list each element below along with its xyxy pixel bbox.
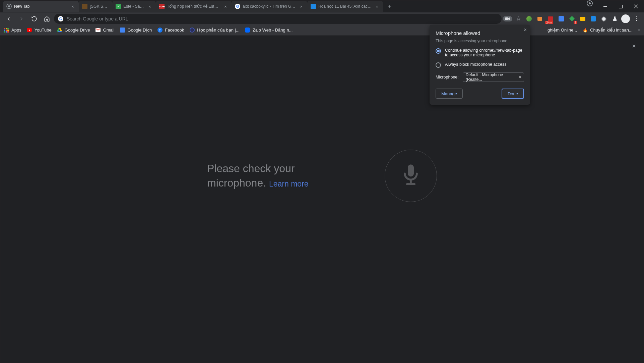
tab-title: axit cacboxylic - Tìm trên Google [243,4,296,9]
bookmark-overflow-button[interactable]: » [638,28,640,33]
bookmark-gmail[interactable]: Gmail [95,28,115,33]
radio-unselected-icon [436,62,441,68]
tab-google-search[interactable]: G axit cacboxylic - Tìm trên Google × [232,1,307,12]
labs-flask-icon[interactable] [610,14,620,23]
extension-icon[interactable] [589,14,598,23]
bookmark-chuyen-kieu[interactable]: 🔥 Chuyển kiểu int san... [582,28,633,33]
svg-rect-10 [7,28,9,29]
bookmarks-bar: Apps YouTube Google Drive Gmail Google D… [0,25,644,36]
apps-grid-icon [4,28,9,33]
svg-rect-13 [7,30,9,31]
extension-icon[interactable] [524,14,534,23]
google-icon: G [235,4,240,9]
svg-rect-16 [7,31,9,33]
chrome-menu-button[interactable]: ⋮ [632,14,641,23]
tab-voh[interactable]: VOH Tổng hợp kiến thức về Este giúp × [156,1,232,12]
bookmark-facebook[interactable]: f Facebook [157,28,184,33]
svg-marker-7 [508,17,510,20]
badge: 24m [545,21,553,24]
bookmark-label: Gmail [103,28,115,33]
back-button[interactable] [3,14,14,24]
bookmark-youtube[interactable]: YouTube [27,28,52,33]
doc-icon [311,4,316,9]
bookmark-label: Apps [11,28,21,33]
radio-continue-allow[interactable]: Continue allowing chrome://new-tab-page … [436,48,524,57]
bookmark-quizlet[interactable]: Học phần của bạn |... [189,28,239,33]
voice-search-area: Please check your microphone. Learn more [1,150,643,202]
youtube-icon [27,28,32,33]
tab-este[interactable]: ✓ Este - Sách Giáo K × [112,1,156,12]
radio-label: Always block microphone access [445,62,506,67]
microphone-button[interactable] [385,150,437,202]
omnibox[interactable]: G Search Google or type a URL [54,14,502,24]
svg-rect-8 [4,28,5,29]
close-window-button[interactable] [628,0,644,12]
extension-icon[interactable] [578,14,587,23]
bookmark-google-drive[interactable]: Google Drive [57,28,90,33]
tab-hoahoc[interactable]: Hoá học 11 Bài 45: Axit cacboxyli × [307,1,383,12]
bookmark-label: Zalo Web - Đăng n... [253,28,293,33]
tab-sgk[interactable]: [SGK Scan] [79,1,112,12]
microphone-permission-popover: × Microphone allowed This page is access… [430,25,530,105]
close-icon[interactable]: × [70,4,75,9]
microphone-label: Microphone: [436,75,459,80]
home-button[interactable] [41,14,53,24]
bookmark-label: Học phần của bạn |... [197,28,239,33]
reload-button[interactable] [28,14,40,24]
svg-rect-21 [408,164,414,176]
omnibox-placeholder: Search Google or type a URL [67,16,128,21]
toolbar-right: ☆ 24m 2 ⋮ [503,14,641,23]
tab-title: Tổng hợp kiến thức về Este giúp [167,4,220,9]
google-search-icon: G [58,16,63,21]
drive-icon [57,28,62,33]
chevron-down-icon: ▾ [519,75,521,80]
radio-selected-icon [436,48,441,54]
microphone-select[interactable]: Default - Microphone (Realte... ▾ [463,72,524,82]
camera-indicator-icon[interactable] [503,16,512,21]
extensions-puzzle-icon[interactable] [599,14,609,23]
microphone-icon [402,164,420,188]
quizlet-icon [189,28,195,33]
profile-avatar[interactable] [621,14,630,23]
manage-button[interactable]: Manage [436,89,463,99]
svg-rect-14 [4,31,5,33]
extension-icon[interactable] [535,14,544,23]
bookmark-label: Google Dịch [128,28,152,33]
sgk-icon [82,4,87,9]
radio-always-block[interactable]: Always block microphone access [436,62,524,68]
popover-title: Microphone allowed [436,30,524,36]
close-icon[interactable]: × [223,4,228,9]
done-button[interactable]: Done [502,89,524,99]
bookmark-google-translate[interactable]: Google Dịch [120,28,152,33]
close-icon[interactable]: × [147,4,152,9]
close-voice-search-button[interactable]: × [632,42,636,50]
svg-rect-3 [619,5,622,8]
microphone-selector-row: Microphone: Default - Microphone (Realte… [436,72,524,82]
minimize-button[interactable] [597,0,613,12]
forward-button[interactable] [16,14,27,24]
account-indicator-icon[interactable] [587,0,593,6]
check-icon: ✓ [116,4,121,9]
bookmark-label: Facebook [165,28,184,33]
bookmark-trac-nghiem[interactable]: ghiệm Online... [548,28,577,33]
tab-strip: New Tab × [SGK Scan] ✓ Este - Sách Giáo … [0,0,644,12]
svg-rect-11 [4,30,5,31]
tab-title: Hoá học 11 Bài 45: Axit cacboxyli [318,4,372,9]
translate-icon [120,28,125,33]
learn-more-link[interactable]: Learn more [269,179,309,188]
bookmark-label: Chuyển kiểu int san... [590,28,633,33]
extension-icon[interactable]: 2 [567,14,577,23]
tab-new-tab[interactable]: New Tab × [3,1,79,12]
extension-icon[interactable]: 24m [546,14,555,23]
bookmark-star-icon[interactable]: ☆ [514,14,523,23]
popover-close-button[interactable]: × [524,27,527,33]
bookmark-zalo[interactable]: Zalo Web - Đăng n... [245,28,293,33]
address-bar: G Search Google or type a URL ☆ 24m 2 ⋮ [0,12,644,25]
new-tab-button[interactable]: + [385,2,394,11]
close-icon[interactable]: × [299,4,304,9]
maximize-button[interactable] [613,0,628,12]
close-icon[interactable]: × [374,4,380,9]
apps-shortcut[interactable]: Apps [4,28,21,33]
microphone-select-value: Default - Microphone (Realte... [466,72,519,82]
google-translate-extension-icon[interactable] [557,14,566,23]
